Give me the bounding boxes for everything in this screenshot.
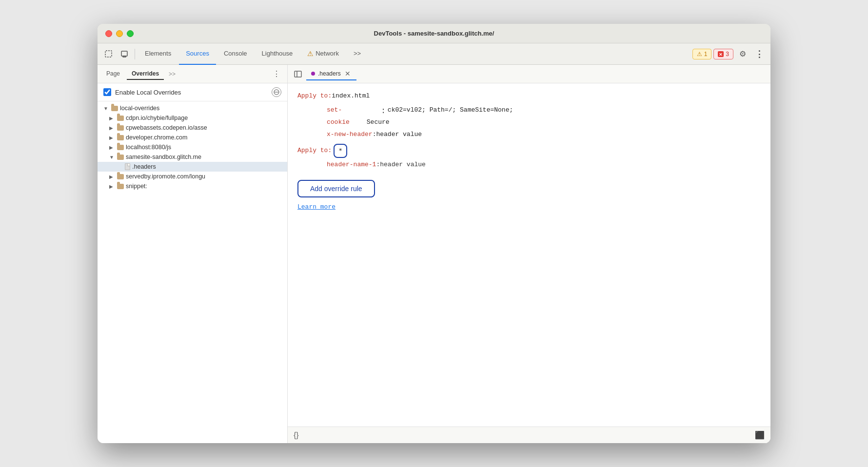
tab-lighthouse[interactable]: Lighthouse	[255, 43, 300, 65]
apply-to-value: index.html	[332, 91, 370, 101]
tree-item-cpwebassets[interactable]: ▶ cpwebassets.codepen.io/asse	[98, 123, 287, 133]
expand-arrow: ▶	[109, 116, 115, 121]
set-cookie-key1: set-	[327, 105, 342, 116]
header-name-colon: :	[376, 160, 380, 170]
code-line-1: Apply to: index.html	[297, 91, 761, 101]
tree-label: snippet:	[126, 183, 147, 190]
format-icon[interactable]: {}	[294, 431, 299, 440]
svg-rect-7	[295, 71, 301, 77]
error-icon: ✕	[718, 51, 724, 57]
tab-modified-dot	[311, 72, 315, 76]
tree-item-headers[interactable]: ▶ .headers	[98, 162, 287, 172]
svg-text:✕: ✕	[719, 52, 723, 57]
clear-overrides-button[interactable]	[272, 87, 281, 97]
tree-item-samesite[interactable]: ▼ samesite-sandbox.glitch.me	[98, 152, 287, 162]
set-cookie-val2: Secure	[367, 117, 390, 128]
warning-badge-button[interactable]: ⚠ 1	[692, 49, 712, 59]
cursor-icon	[105, 50, 113, 58]
tree-item-localhost[interactable]: ▶ localhost:8080/js	[98, 142, 287, 152]
tree-label: .headers	[132, 163, 156, 170]
right-panel: .headers ✕ Apply to: index.html set-	[288, 65, 770, 443]
svg-rect-2	[123, 56, 126, 57]
apply-to-keyword: Apply to:	[297, 91, 332, 101]
warning-icon: ⚠	[697, 51, 702, 58]
main-content: Page Overrides >> ⋮ Enable Local Overrid…	[98, 65, 770, 443]
add-override-rule-button[interactable]: Add override rule	[297, 180, 375, 197]
settings-button[interactable]: ⚙	[735, 47, 750, 61]
tab-elements[interactable]: Elements	[138, 43, 178, 65]
expand-arrow: ▼	[103, 106, 109, 111]
code-line-5: Apply to: *	[297, 144, 761, 158]
tab-more[interactable]: >>	[347, 43, 368, 65]
apply-to-keyword2: Apply to:	[297, 146, 332, 156]
maximize-button[interactable]	[127, 30, 134, 37]
tree-item-cdpn[interactable]: ▶ cdpn.io/chybie/fullpage	[98, 113, 287, 123]
file-tree: ▼ local-overrides ▶ cdpn.io/chybie/fullp…	[98, 101, 287, 443]
expand-arrow: ▶	[109, 125, 115, 131]
tree-item-snippet[interactable]: ▶ snippet:	[98, 181, 287, 191]
header-name-value: header value	[380, 160, 426, 170]
tab-more-panel[interactable]: >>	[166, 69, 178, 79]
toolbar-divider	[135, 49, 135, 59]
panel-options-button[interactable]: ⋮	[270, 68, 283, 79]
more-options-button[interactable]: ⋮	[752, 47, 767, 61]
devtools-body: Elements Sources Console Lighthouse ⚠ Ne…	[98, 43, 770, 443]
sidebar-icon	[294, 70, 302, 78]
tree-label: local-overrides	[120, 105, 159, 112]
folder-icon	[117, 145, 124, 150]
folder-icon	[117, 155, 124, 160]
code-line-6: header-name-1 : header value	[297, 160, 761, 170]
folder-icon	[117, 135, 124, 140]
close-button[interactable]	[105, 30, 112, 37]
tab-overrides[interactable]: Overrides	[127, 68, 164, 80]
tree-label: developer.chrome.com	[126, 134, 187, 141]
expand-arrow: ▶	[109, 145, 115, 150]
title-bar: DevTools - samesite-sandbox.glitch.me/	[98, 24, 770, 43]
tree-label: servedby.ipromote.com/longu	[126, 173, 205, 180]
bottom-bar-right: ⬛	[755, 430, 765, 440]
tab-network[interactable]: ⚠ Network	[300, 43, 346, 65]
folder-icon	[117, 116, 124, 121]
device-toggle-button[interactable]	[117, 47, 132, 61]
set-cookie-val1: ck02=vl02; Path=/; SameSite=None;	[388, 105, 513, 116]
tab-sources[interactable]: Sources	[179, 43, 216, 65]
tab-console[interactable]: Console	[217, 43, 254, 65]
editor-bottom-bar: {} ⬛	[288, 427, 770, 443]
device-icon	[120, 50, 128, 58]
folder-icon	[117, 184, 124, 189]
tree-label: cpwebassets.codepen.io/asse	[126, 124, 207, 131]
svg-rect-0	[105, 51, 112, 57]
editor-content: Apply to: index.html set- : ck02=vl02; P…	[288, 83, 770, 427]
learn-more-link[interactable]: Learn more	[297, 202, 761, 213]
star-input-container[interactable]: *	[334, 144, 347, 158]
expand-arrow: ▶	[109, 135, 115, 140]
code-line-2: set- : ck02=vl02; Path=/; SameSite=None;	[297, 105, 761, 118]
no-entry-icon	[274, 89, 279, 95]
inspect-icon-button[interactable]	[101, 47, 116, 61]
collapse-icon[interactable]: ⬛	[755, 430, 765, 440]
expand-arrow: ▶	[109, 174, 115, 179]
traffic-lights	[105, 30, 134, 37]
sidebar-toggle-button[interactable]	[292, 68, 304, 80]
expand-arrow: ▶	[109, 184, 115, 189]
code-line-3: cookie Secure	[297, 117, 761, 128]
file-icon	[125, 163, 130, 170]
main-toolbar: Elements Sources Console Lighthouse ⚠ Ne…	[98, 43, 770, 65]
tree-label: samesite-sandbox.glitch.me	[126, 154, 201, 160]
tree-item-servedby[interactable]: ▶ servedby.ipromote.com/longu	[98, 172, 287, 181]
enable-overrides-checkbox[interactable]	[103, 88, 111, 96]
editor-tab-headers[interactable]: .headers ✕	[306, 68, 356, 80]
folder-icon	[117, 125, 124, 131]
tab-close-button[interactable]: ✕	[344, 70, 352, 78]
tree-item-chrome[interactable]: ▶ developer.chrome.com	[98, 133, 287, 142]
error-badge-button[interactable]: ✕ 3	[713, 49, 733, 59]
panel-tabs: Page Overrides >> ⋮	[98, 65, 287, 83]
minimize-button[interactable]	[116, 30, 123, 37]
colon-char: :	[381, 105, 386, 118]
tab-page[interactable]: Page	[101, 68, 125, 80]
expand-arrow: ▼	[109, 155, 115, 160]
tree-item-local-overrides[interactable]: ▼ local-overrides	[98, 103, 287, 113]
toolbar-right: ⚠ 1 ✕ 3 ⚙ ⋮	[692, 47, 767, 61]
x-header-value: header value	[376, 130, 422, 140]
folder-icon	[117, 174, 124, 179]
